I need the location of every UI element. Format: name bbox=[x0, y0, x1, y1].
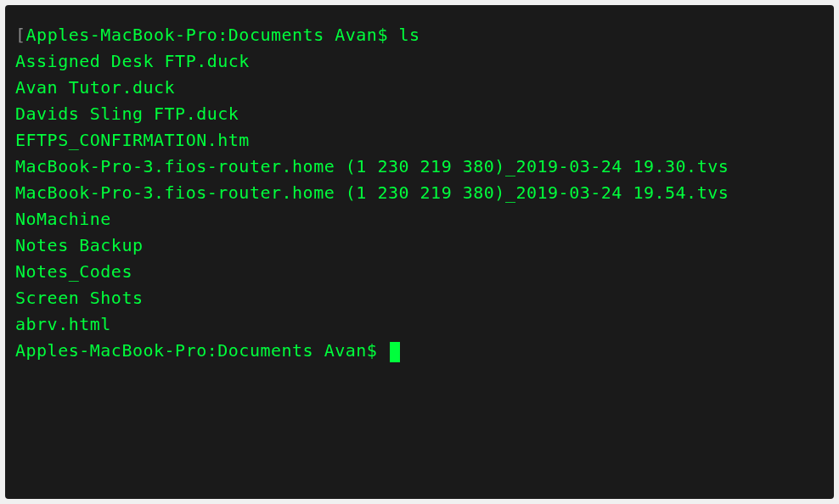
prompt-text: Apples-MacBook-Pro:Documents Avan$ bbox=[15, 340, 388, 361]
terminal-window[interactable]: [Apples-MacBook-Pro:Documents Avan$ ls A… bbox=[5, 5, 834, 499]
ls-output-item: EFTPS_CONFIRMATION.htm bbox=[15, 127, 824, 154]
ls-output-item: Davids Sling FTP.duck bbox=[15, 101, 824, 127]
ls-output-item: abrv.html bbox=[15, 311, 824, 338]
ls-output-item: MacBook-Pro-3.fios-router.home (1 230 21… bbox=[15, 180, 824, 206]
prompt-line: [Apples-MacBook-Pro:Documents Avan$ ls bbox=[15, 22, 824, 48]
ls-output-item: Notes_Codes bbox=[15, 259, 824, 285]
ls-output-item: NoMachine bbox=[15, 206, 824, 232]
ls-output-item: Notes Backup bbox=[15, 232, 824, 259]
cursor-block bbox=[390, 342, 400, 362]
ls-output-item: Avan Tutor.duck bbox=[15, 75, 824, 101]
ls-output-item: MacBook-Pro-3.fios-router.home (1 230 21… bbox=[15, 154, 824, 180]
prompt-line: Apples-MacBook-Pro:Documents Avan$ bbox=[15, 338, 824, 364]
command-text: ls bbox=[398, 25, 420, 45]
prompt-text: Apples-MacBook-Pro:Documents Avan$ bbox=[26, 25, 399, 45]
bracket-char: [ bbox=[15, 25, 26, 45]
ls-output-item: Assigned Desk FTP.duck bbox=[15, 48, 824, 75]
ls-output-item: Screen Shots bbox=[15, 285, 824, 311]
